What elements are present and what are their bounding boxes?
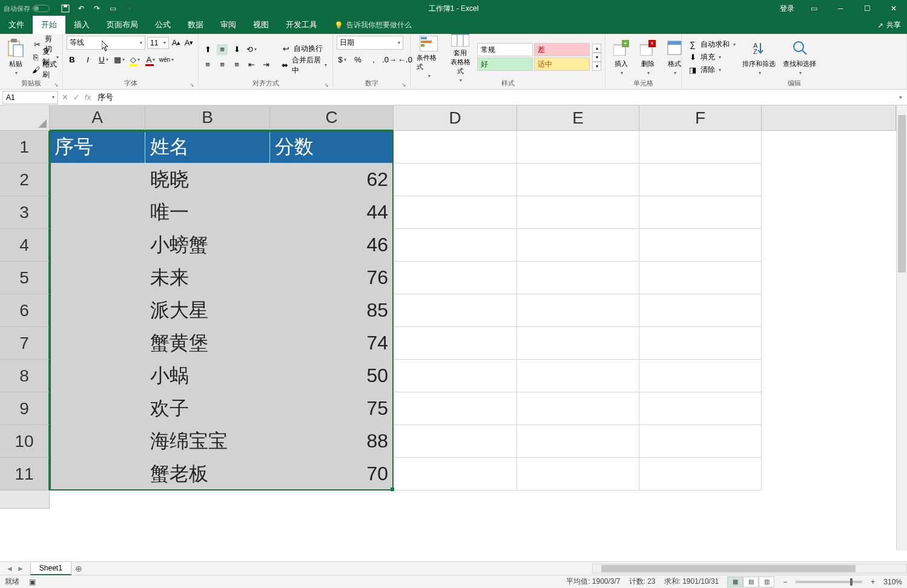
cell[interactable] xyxy=(50,425,145,458)
cell[interactable]: 44 xyxy=(270,196,394,229)
redo-icon[interactable]: ↷ xyxy=(92,4,102,13)
style-bad[interactable]: 差 xyxy=(534,43,590,56)
vertical-scrollbar[interactable] xyxy=(896,105,907,550)
column-headers[interactable]: ABCDEF xyxy=(50,105,896,131)
cell[interactable] xyxy=(517,458,639,491)
row-header-1[interactable]: 1 xyxy=(0,131,50,164)
cell[interactable] xyxy=(394,458,517,491)
align-bottom-icon[interactable]: ⬇ xyxy=(231,44,242,55)
cell[interactable] xyxy=(517,392,639,425)
align-center-icon[interactable]: ≡ xyxy=(217,59,228,70)
zoom-level[interactable]: 310% xyxy=(883,578,902,586)
prev-sheet-icon[interactable]: ◄ xyxy=(6,564,13,573)
cell[interactable] xyxy=(50,392,145,425)
cell[interactable]: 74 xyxy=(270,327,394,360)
cell[interactable] xyxy=(639,294,762,327)
cell[interactable]: 序号 xyxy=(50,131,145,164)
ribbon-options-icon[interactable]: ▭ xyxy=(800,0,827,17)
cell[interactable]: 50 xyxy=(270,360,394,392)
cell[interactable] xyxy=(517,327,639,360)
delete-cells-button[interactable]: ×删除▾ xyxy=(636,36,660,78)
cancel-formula-icon[interactable]: ✕ xyxy=(62,93,68,102)
increase-decimal-icon[interactable]: .0→ xyxy=(384,54,395,65)
row-header-11[interactable]: 11 xyxy=(0,458,50,491)
column-header-B[interactable]: B xyxy=(145,105,270,131)
row-header-8[interactable]: 8 xyxy=(0,360,50,392)
row-header-7[interactable]: 7 xyxy=(0,327,50,360)
font-color-button[interactable]: A▾ xyxy=(145,54,156,65)
border-button[interactable]: ▦▾ xyxy=(114,54,125,65)
italic-button[interactable]: I xyxy=(82,54,93,65)
tab-insert[interactable]: 插入 xyxy=(65,16,98,34)
cell[interactable] xyxy=(50,360,145,392)
page-layout-view-icon[interactable]: ▤ xyxy=(743,576,759,587)
cell[interactable] xyxy=(394,131,517,164)
increase-indent-icon[interactable]: ⇥ xyxy=(260,59,271,70)
conditional-format-button[interactable]: 条件格式▾ xyxy=(414,36,443,78)
cell[interactable] xyxy=(639,164,762,196)
cell[interactable] xyxy=(50,294,145,327)
cell[interactable] xyxy=(639,196,762,229)
cell[interactable] xyxy=(394,164,517,196)
cell[interactable] xyxy=(394,360,517,392)
cell[interactable] xyxy=(394,425,517,458)
cell[interactable]: 小螃蟹 xyxy=(145,229,270,262)
cell[interactable] xyxy=(517,360,639,392)
cell[interactable] xyxy=(50,164,145,196)
undo-icon[interactable]: ↶ xyxy=(76,4,86,13)
align-middle-icon[interactable]: ≡ xyxy=(217,44,228,55)
row-header-3[interactable]: 3 xyxy=(0,196,50,229)
bold-button[interactable]: B xyxy=(67,54,78,65)
cell-grid[interactable]: 序号姓名分数晓晓62唯一44小螃蟹46未来76派大星85蟹黄堡74小蜗50欢子7… xyxy=(50,131,896,550)
tab-file[interactable]: 文件 xyxy=(0,16,33,34)
cell[interactable] xyxy=(394,392,517,425)
cell[interactable] xyxy=(639,327,762,360)
horizontal-scrollbar[interactable] xyxy=(592,564,907,573)
cell[interactable] xyxy=(394,229,517,262)
cell[interactable]: 姓名 xyxy=(145,131,270,164)
cell[interactable] xyxy=(639,360,762,392)
paste-button[interactable]: 粘贴▾ xyxy=(4,36,28,78)
font-launcher-icon[interactable]: ↘ xyxy=(190,82,194,88)
qat-customize-icon[interactable]: ▾ xyxy=(125,4,134,13)
cell[interactable]: 晓晓 xyxy=(145,164,270,196)
new-sheet-button[interactable]: ⊕ xyxy=(71,564,86,573)
touch-mode-icon[interactable]: ▭ xyxy=(108,4,117,13)
close-icon[interactable]: ✕ xyxy=(880,0,907,17)
zoom-out-icon[interactable]: − xyxy=(783,578,787,586)
cell[interactable]: 分数 xyxy=(270,131,394,164)
cell[interactable]: 46 xyxy=(270,229,394,262)
font-size-select[interactable]: 11▾ xyxy=(147,37,169,49)
format-painter-button[interactable]: 🖌格式刷 xyxy=(30,64,61,76)
cell[interactable] xyxy=(517,262,639,294)
cell[interactable] xyxy=(517,196,639,229)
percent-format-icon[interactable]: % xyxy=(352,54,363,65)
cell[interactable]: 62 xyxy=(270,164,394,196)
sort-filter-button[interactable]: AZ排序和筛选▾ xyxy=(740,36,778,78)
tab-formulas[interactable]: 公式 xyxy=(147,16,179,34)
tab-developer[interactable]: 开发工具 xyxy=(277,16,326,34)
cell-styles-gallery[interactable]: 常规 差 好 适中 xyxy=(477,43,590,71)
cell[interactable] xyxy=(639,131,762,164)
cell[interactable] xyxy=(639,262,762,294)
column-header-A[interactable]: A xyxy=(50,105,145,131)
cell[interactable]: 蟹老板 xyxy=(145,458,270,491)
align-top-icon[interactable]: ⬆ xyxy=(202,44,213,55)
formula-input[interactable]: 序号 xyxy=(94,91,894,104)
cell[interactable]: 海绵宝宝 xyxy=(145,425,270,458)
tab-data[interactable]: 数据 xyxy=(179,16,212,34)
cell[interactable] xyxy=(517,294,639,327)
select-all-corner[interactable] xyxy=(0,105,50,131)
cell[interactable] xyxy=(517,229,639,262)
cell[interactable]: 派大星 xyxy=(145,294,270,327)
fill-color-button[interactable]: ◇▾ xyxy=(130,54,140,65)
merge-center-button[interactable]: ⬌合并后居中▾ xyxy=(279,59,329,71)
font-name-select[interactable]: 等线▾ xyxy=(67,36,145,50)
cell[interactable] xyxy=(394,262,517,294)
styles-scroll[interactable]: ▴▾▾ xyxy=(592,44,601,71)
row-header-5[interactable]: 5 xyxy=(0,262,50,294)
style-normal[interactable]: 常规 xyxy=(477,43,533,56)
page-break-view-icon[interactable]: ▥ xyxy=(759,576,774,587)
decrease-decimal-icon[interactable]: ←.0 xyxy=(400,54,411,65)
increase-font-icon[interactable]: A▴ xyxy=(171,38,182,48)
